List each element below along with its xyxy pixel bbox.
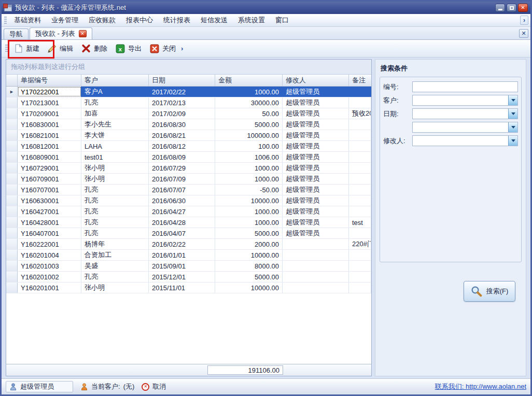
cell-note[interactable] <box>349 206 371 217</box>
cell-date[interactable]: 2016/08/21 <box>149 130 215 140</box>
column-header-customer[interactable]: 客户 <box>81 75 149 86</box>
cell-note[interactable] <box>349 130 371 140</box>
cell-code[interactable]: Y160630001 <box>18 195 81 206</box>
cell-customer[interactable]: LAHA <box>81 141 149 151</box>
cell-date[interactable]: 2016/06/30 <box>149 195 215 206</box>
table-row[interactable]: Y170209001加喜2017/02/0950.00超级管理员预收2017年1… <box>6 108 371 119</box>
table-row[interactable]: Y160428001孔亮2016/04/281000.00超级管理员test <box>6 217 371 228</box>
cell-modifier[interactable]: 超级管理员 <box>283 228 349 238</box>
search-button[interactable]: 搜索(F) <box>464 281 515 302</box>
menu-item-1[interactable]: 基础资料 <box>9 14 46 26</box>
cancel-customer-item[interactable]: ✕ 取消 <box>142 382 166 391</box>
cell-code[interactable]: Y160812001 <box>18 141 81 151</box>
cell-modifier[interactable] <box>283 261 349 271</box>
cell-customer[interactable]: 孔亮 <box>81 195 149 206</box>
cell-customer[interactable]: 合资加工 <box>81 250 149 260</box>
cell-customer[interactable]: 李小先生 <box>81 119 149 130</box>
cell-modifier[interactable]: 超级管理员 <box>283 217 349 228</box>
cell-amount[interactable]: 1000.00 <box>215 87 283 97</box>
cell-customer[interactable]: 加喜 <box>81 108 149 119</box>
cell-customer[interactable]: 吴盛 <box>81 261 149 271</box>
cell-amount[interactable]: 1000.00 <box>215 217 283 228</box>
cell-customer[interactable]: 孔亮 <box>81 217 149 228</box>
date-from-dropdown-button[interactable] <box>508 109 517 119</box>
close-view-button[interactable]: 关闭 <box>146 42 180 55</box>
cell-amount[interactable]: 10000.00 <box>215 195 283 206</box>
column-header-modifier[interactable]: 修改人 <box>283 75 349 86</box>
cell-date[interactable]: 2016/02/22 <box>149 239 215 249</box>
toolbar-grip-handle[interactable] <box>5 45 8 52</box>
cell-amount[interactable]: 50.00 <box>215 108 283 119</box>
row-indicator[interactable] <box>6 228 18 238</box>
row-indicator[interactable] <box>6 185 18 195</box>
export-button[interactable]: x 导出 <box>111 42 146 55</box>
modifier-dropdown-button[interactable] <box>508 136 517 146</box>
cell-amount[interactable]: 1006.00 <box>215 152 283 162</box>
table-row[interactable]: Y160830001李小先生2016/08/305000.00超级管理员 <box>6 119 371 130</box>
cell-modifier[interactable]: 超级管理员 <box>283 87 349 97</box>
cell-note[interactable] <box>349 152 371 162</box>
row-indicator[interactable] <box>6 163 18 173</box>
cell-code[interactable]: Y160201003 <box>18 261 81 271</box>
table-row[interactable]: Y160201004合资加工2016/01/0110000.00 <box>6 250 371 261</box>
date-from-input[interactable] <box>413 109 508 119</box>
cell-amount[interactable]: 30000.00 <box>215 97 283 108</box>
cell-amount[interactable]: 100.00 <box>215 141 283 151</box>
cell-date[interactable]: 2015/09/01 <box>149 261 215 271</box>
cell-note[interactable] <box>349 228 371 238</box>
cell-customer[interactable]: test01 <box>81 152 149 162</box>
table-row[interactable]: Y160222001杨博年2016/02/222000.00220#门市装修押金 <box>6 239 371 250</box>
cell-code[interactable]: Y160729001 <box>18 163 81 173</box>
cell-code[interactable]: Y160222001 <box>18 239 81 249</box>
row-indicator[interactable] <box>6 141 18 151</box>
cell-customer[interactable]: 孔亮 <box>81 97 149 108</box>
cell-date[interactable]: 2016/08/12 <box>149 141 215 151</box>
cell-date[interactable]: 2015/12/01 <box>149 272 215 282</box>
cell-date[interactable]: 2016/07/29 <box>149 163 215 173</box>
edit-button[interactable]: 编辑 <box>44 42 77 55</box>
cell-date[interactable]: 2016/04/07 <box>149 228 215 238</box>
row-indicator[interactable] <box>6 250 18 260</box>
cell-modifier[interactable]: 超级管理员 <box>283 130 349 140</box>
new-button[interactable]: 新建 <box>10 42 44 55</box>
cell-note[interactable] <box>349 272 371 282</box>
cell-customer[interactable]: 客户A <box>81 87 149 97</box>
table-row[interactable]: Y160630001孔亮2016/06/3010000.00超级管理员 <box>6 195 371 206</box>
cell-amount[interactable]: 1000.00 <box>215 163 283 173</box>
cell-date[interactable]: 2017/02/13 <box>149 97 215 108</box>
cell-amount[interactable]: 100000.00 <box>215 130 283 140</box>
code-input[interactable] <box>413 82 517 92</box>
cell-customer[interactable]: 李大饼 <box>81 130 149 140</box>
cell-note[interactable] <box>349 97 371 108</box>
cell-note[interactable] <box>349 195 371 206</box>
cell-date[interactable]: 2016/07/09 <box>149 174 215 184</box>
cell-modifier[interactable]: 超级管理员 <box>283 97 349 108</box>
contact-link[interactable]: 联系我们: http://www.aolan.net <box>435 382 526 391</box>
column-header-date[interactable]: 日期 <box>149 75 215 86</box>
cell-customer[interactable]: 孔亮 <box>81 206 149 217</box>
menu-item-3[interactable]: 应收账款 <box>83 14 121 26</box>
menu-overflow-button[interactable]: › <box>520 16 528 25</box>
cell-amount[interactable]: 1000.00 <box>215 206 283 217</box>
cell-amount[interactable]: 1000.00 <box>215 174 283 184</box>
cell-amount[interactable]: 5000.00 <box>215 119 283 130</box>
row-indicator[interactable] <box>6 282 18 293</box>
cell-note[interactable] <box>349 163 371 173</box>
cell-modifier[interactable]: 超级管理员 <box>283 206 349 217</box>
cell-note[interactable] <box>349 174 371 184</box>
cell-customer[interactable]: 张小明 <box>81 174 149 184</box>
column-header-amount[interactable]: 金额 <box>215 75 283 86</box>
menu-item-2[interactable]: 业务管理 <box>46 14 83 26</box>
cell-note[interactable] <box>349 185 371 195</box>
cell-modifier[interactable]: 超级管理员 <box>283 185 349 195</box>
cell-note[interactable] <box>349 87 371 97</box>
table-row[interactable]: ►Y170222001客户A2017/02/221000.00超级管理员 <box>6 87 371 97</box>
cell-code[interactable]: Y160201004 <box>18 250 81 260</box>
cell-amount[interactable]: 8000.00 <box>215 261 283 271</box>
row-indicator[interactable] <box>6 174 18 184</box>
tab-prepayment-list[interactable]: 预收款 - 列表 ✕ <box>30 27 92 39</box>
row-indicator[interactable] <box>6 119 18 130</box>
row-indicator[interactable] <box>6 152 18 162</box>
row-indicator[interactable] <box>6 217 18 228</box>
cell-modifier[interactable]: 超级管理员 <box>283 163 349 173</box>
